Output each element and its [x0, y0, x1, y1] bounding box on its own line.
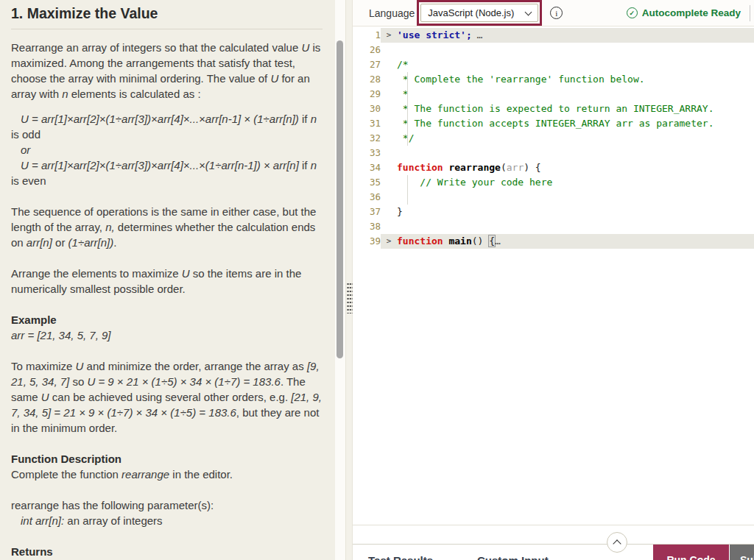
- fold-toggle-icon[interactable]: [381, 72, 397, 87]
- arrange-note: Arrange the elements to maximize U so th…: [11, 266, 323, 297]
- code-line[interactable]: 29 *: [353, 87, 754, 102]
- fold-toggle-icon[interactable]: >: [381, 28, 397, 43]
- code-text: *: [397, 87, 754, 102]
- run-code-button[interactable]: Run Code: [653, 545, 729, 560]
- code-line[interactable]: 37 }: [353, 205, 754, 219]
- line-number: 32: [353, 131, 381, 146]
- parameters-intro: rearrange has the following parameter(s)…: [11, 497, 323, 513]
- code-line[interactable]: 39 > function main() {…: [353, 234, 754, 249]
- function-description-line: Complete the function rearrange in the e…: [11, 467, 323, 482]
- code-lines: 1 > 'use strict'; … 26 27 /* 28 * Comple…: [353, 28, 754, 249]
- line-number: 37: [353, 205, 381, 219]
- left-panel-scrollbar-thumb[interactable]: [337, 40, 343, 358]
- submit-code-button[interactable]: Submit Code: [730, 545, 754, 560]
- fold-toggle-icon[interactable]: [381, 57, 397, 72]
- fold-toggle-icon[interactable]: [381, 116, 397, 131]
- line-number: 27: [353, 57, 381, 72]
- line-number: 1: [353, 28, 381, 43]
- line-number: 26: [353, 43, 381, 57]
- title-divider: [11, 29, 323, 29]
- language-select[interactable]: JavaScript (Node.js): [420, 4, 538, 22]
- check-circle-icon: ✓: [627, 7, 638, 18]
- fold-toggle-icon[interactable]: [381, 205, 397, 219]
- example-array: arr = [21, 34, 5, 7, 9]: [11, 327, 323, 343]
- line-number: 39: [353, 234, 381, 249]
- code-text: * The function accepts INTEGER_ARRAY arr…: [397, 116, 754, 131]
- tab-test-results[interactable]: Test Results: [368, 554, 433, 560]
- code-line[interactable]: 31 * The function accepts INTEGER_ARRAY …: [353, 116, 754, 131]
- code-text: [397, 190, 754, 205]
- line-number: 30: [353, 102, 381, 116]
- coding-challenge-page: 1. Maximize the Value Rearrange an array…: [0, 0, 754, 560]
- code-editor[interactable]: 1 > 'use strict'; … 26 27 /* 28 * Comple…: [353, 26, 754, 255]
- fold-toggle-icon[interactable]: [381, 190, 397, 205]
- code-text: * The function is expected to return an …: [397, 102, 754, 116]
- code-text: // Write your code here: [397, 175, 754, 190]
- code-text: [397, 43, 754, 57]
- formula-block: U = arr[1]×arr[2]×(1÷arr[3])×arr[4]×...×…: [11, 111, 323, 188]
- language-label: Language: [369, 7, 415, 19]
- tab-custom-input[interactable]: Custom Input: [477, 554, 549, 560]
- toolbar-divider: [750, 5, 750, 21]
- fold-toggle-icon[interactable]: [381, 219, 397, 234]
- sequence-note: The sequence of operations is the same i…: [11, 204, 323, 250]
- collapse-console-button[interactable]: [607, 532, 627, 553]
- code-line[interactable]: 27 /*: [353, 57, 754, 72]
- formula-even: U = arr[1]×arr[2]×(1÷arr[3])×arr[4]×...×…: [11, 157, 323, 188]
- info-icon[interactable]: i: [550, 7, 563, 19]
- formula-odd: U = arr[1]×arr[2]×(1÷arr[3])×arr[4]×...×…: [11, 111, 323, 142]
- language-selected-value: JavaScript (Node.js): [428, 7, 514, 18]
- code-line[interactable]: 34 function rearrange(arr) {: [353, 160, 754, 175]
- line-number: 33: [353, 146, 381, 160]
- fold-toggle-icon[interactable]: [381, 43, 397, 57]
- code-line[interactable]: 1 > 'use strict'; …: [353, 28, 754, 43]
- editor-toolbar: Language JavaScript (Node.js) i ✓ Autoco…: [353, 0, 754, 26]
- fold-toggle-icon[interactable]: [381, 160, 397, 175]
- fold-toggle-icon[interactable]: [381, 87, 397, 102]
- console-divider: [353, 525, 754, 525]
- code-text: function rearrange(arr) {: [397, 160, 754, 175]
- code-line[interactable]: 30 * The function is expected to return …: [353, 102, 754, 116]
- line-number: 38: [353, 219, 381, 234]
- autocomplete-status: ✓ Autocomplete Ready: [627, 7, 741, 18]
- function-description-heading: Function Description: [11, 451, 323, 467]
- code-line[interactable]: 26: [353, 43, 754, 57]
- problem-title: 1. Maximize the Value: [11, 4, 323, 23]
- fold-toggle-icon[interactable]: [381, 175, 397, 190]
- problem-statement-panel: 1. Maximize the Value Rearrange an array…: [0, 0, 335, 560]
- code-text: /*: [397, 57, 754, 72]
- left-panel-scrollbar-track[interactable]: [335, 0, 345, 560]
- code-line[interactable]: 35 // Write your code here: [353, 175, 754, 190]
- code-text: 'use strict'; …: [397, 28, 754, 43]
- bottom-action-bar: Test Results Custom Input Run Code Submi…: [353, 544, 754, 560]
- line-number: 34: [353, 160, 381, 175]
- fold-toggle-icon[interactable]: [381, 102, 397, 116]
- chevron-down-icon: [525, 8, 532, 15]
- autocomplete-status-label: Autocomplete Ready: [642, 7, 741, 18]
- code-text: */: [397, 131, 754, 146]
- example-explanation: To maximize U and minimize the order, ar…: [11, 358, 323, 436]
- code-line[interactable]: 33: [353, 146, 754, 160]
- formula-or: or: [11, 142, 323, 157]
- fold-toggle-icon[interactable]: >: [381, 234, 397, 249]
- example-heading: Example: [11, 312, 323, 327]
- line-number: 31: [353, 116, 381, 131]
- language-select-highlight: JavaScript (Node.js): [417, 0, 542, 26]
- code-line[interactable]: 28 * Complete the 'rearrange' function b…: [353, 72, 754, 87]
- code-line[interactable]: 36: [353, 190, 754, 205]
- code-line[interactable]: 38: [353, 219, 754, 234]
- panel-splitter[interactable]: [345, 0, 353, 560]
- line-number: 28: [353, 72, 381, 87]
- line-number: 36: [353, 190, 381, 205]
- code-text: [397, 219, 754, 234]
- code-text: function main() {…: [397, 234, 754, 249]
- code-line[interactable]: 32 */: [353, 131, 754, 146]
- fold-toggle-icon[interactable]: [381, 146, 397, 160]
- code-text: [397, 146, 754, 160]
- fold-toggle-icon[interactable]: [381, 131, 397, 146]
- parameter-line: int arr[n]: an array of integers: [11, 513, 323, 528]
- splitter-drag-handle-icon[interactable]: [347, 283, 353, 313]
- line-number: 35: [353, 175, 381, 190]
- problem-intro: Rearrange an array of integers so that t…: [11, 40, 323, 102]
- editor-panel: Language JavaScript (Node.js) i ✓ Autoco…: [353, 0, 754, 560]
